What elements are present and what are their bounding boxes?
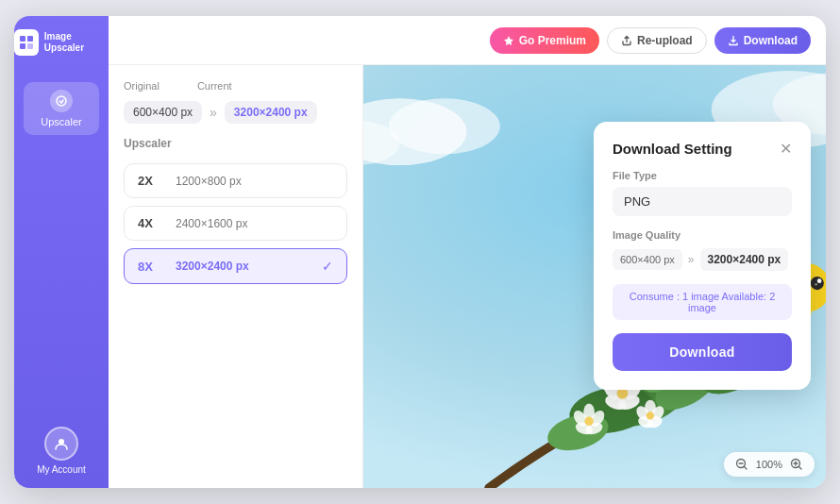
upscale-option-2x[interactable]: 2X 1200×800 px [124,163,347,198]
left-panel: Original Current 600×400 px » 3200×2400 … [109,65,363,488]
svg-point-53 [815,283,816,285]
multiplier-2x: 2X [138,174,164,188]
sidebar-item-upscaler[interactable]: Upscaler [24,82,99,135]
svg-point-5 [59,439,64,445]
logo-icon [14,29,39,56]
sidebar-item-label: Upscaler [41,116,81,127]
premium-button[interactable]: Go Premium [490,27,599,54]
sidebar-bottom: My Account [37,427,86,475]
upscaler-icon [50,90,73,112]
main-content: Go Premium Re-upload Download [109,16,826,488]
app-window: Image Upscaler Upscaler My Account [14,16,826,488]
svg-rect-3 [27,43,33,49]
upscale-option-8x[interactable]: 8X 3200×2400 px ✓ [124,248,347,284]
current-label: Current [197,80,232,92]
arrow-icon: » [210,105,217,120]
current-size: 3200×2400 px [225,101,317,124]
svg-rect-2 [20,43,25,49]
modal-title: Download Setting [613,141,732,157]
quality-size-row: 600×400 px » 3200×2400 px [613,248,792,271]
account-label: My Account [37,464,86,475]
download-modal: Download Setting ✕ File Type PNG Image Q… [594,122,811,390]
upscale-option-4x[interactable]: 4X 2400×1600 px [124,206,347,241]
svg-point-9 [389,98,500,154]
svg-point-4 [57,96,66,106]
upscaler-section: Upscaler [124,137,347,150]
zoom-controls: 100% [724,452,815,477]
upscale-options: 2X 1200×800 px 4X 2400×1600 px 8X 3200×2… [124,163,347,284]
original-quality-size: 600×400 px [613,249,682,270]
body-area: Original Current 600×400 px » 3200×2400 … [109,65,826,488]
size-comparison: Original Current 600×400 px » 3200×2400 … [124,80,347,124]
download-modal-button[interactable]: Download [613,333,792,371]
svg-point-38 [584,417,593,426]
quality-arrow-icon: » [688,253,695,266]
svg-rect-0 [20,36,25,42]
zoom-in-button[interactable] [788,456,805,473]
sizes-header: Original Current [124,80,347,95]
size-2x: 1200×800 px [176,175,242,188]
svg-point-51 [811,277,824,290]
account-avatar[interactable] [44,427,78,461]
check-icon: ✓ [322,259,333,274]
upscaler-label: Upscaler [124,137,347,150]
file-type-value: PNG [613,187,792,216]
original-size: 600×400 px [124,101,202,124]
svg-point-59 [647,412,654,419]
size-4x: 2400×1600 px [176,217,247,230]
size-row: 600×400 px » 3200×2400 px [124,101,347,124]
modal-header: Download Setting ✕ [613,141,792,157]
modal-close-button[interactable]: ✕ [780,142,792,157]
consume-info: Consume : 1 image Available: 2 image [613,284,792,320]
logo-text: Image Upscaler [44,31,109,54]
svg-rect-1 [27,36,33,42]
zoom-out-button[interactable] [733,456,750,473]
upscaled-quality-size: 3200×2400 px [700,248,789,271]
header: Go Premium Re-upload Download [109,16,826,65]
multiplier-8x: 8X [138,260,164,274]
svg-point-52 [817,278,822,283]
svg-marker-6 [504,36,513,45]
download-header-button[interactable]: Download [714,27,811,54]
size-8x: 3200×2400 px [176,260,249,273]
image-quality-label: Image Quality [613,229,792,241]
multiplier-4x: 4X [138,216,164,230]
logo: Image Upscaler [14,29,109,56]
zoom-value: 100% [756,459,782,470]
image-area: 100% Download Setting ✕ [363,65,826,488]
image-quality-section: Image Quality 600×400 px » 3200×2400 px [613,229,792,271]
reupload-button[interactable]: Re-upload [607,27,707,54]
sidebar: Image Upscaler Upscaler My Account [14,16,109,488]
file-type-label: File Type [613,170,792,181]
original-label: Original [124,80,160,92]
